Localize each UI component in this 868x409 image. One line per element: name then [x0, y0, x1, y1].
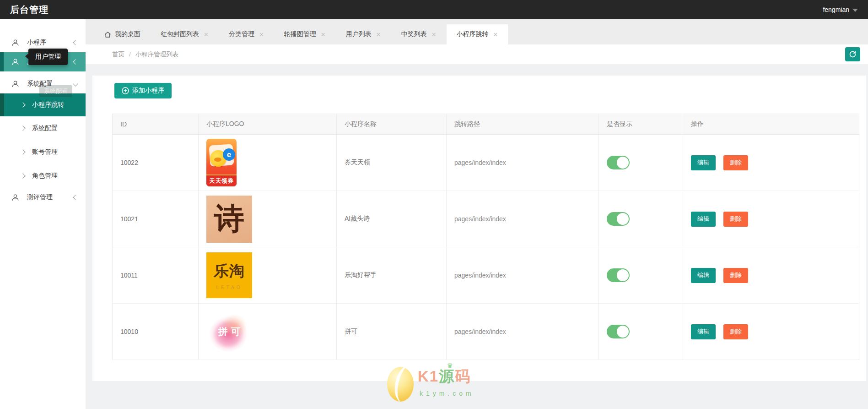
- miniprogram-logo-coupon: e天天领券: [206, 139, 237, 186]
- chevron-right-icon: [20, 102, 25, 107]
- app-title: 后台管理: [10, 4, 49, 16]
- chevron-icon: [73, 59, 78, 64]
- table-header-cell: 小程序LOGO: [199, 114, 337, 135]
- tab-小程序跳转[interactable]: 小程序跳转 ✕: [447, 24, 508, 44]
- cell-logo: 乐淘LETAO: [199, 247, 337, 304]
- cell-visible: [599, 247, 683, 304]
- sidebar-item-测评管理[interactable]: 测评管理: [0, 188, 86, 207]
- crown-icon: ♛: [447, 361, 454, 370]
- sidebar-subitem-账号管理[interactable]: 账号管理: [0, 140, 86, 164]
- tab-我的桌面[interactable]: 我的桌面: [94, 24, 151, 44]
- person-icon: [11, 193, 20, 202]
- person-icon: [11, 80, 20, 88]
- user-menu[interactable]: fengmian: [823, 6, 858, 13]
- tab-close-icon[interactable]: ✕: [493, 31, 498, 38]
- sidebar-item-label: 测评管理: [27, 193, 74, 202]
- chevron-right-icon: [20, 149, 25, 154]
- cell-logo: 诗: [199, 191, 337, 247]
- cell-path: pages/index/index: [447, 304, 599, 360]
- cell-id: 10010: [113, 304, 199, 360]
- tab-轮播图管理[interactable]: 轮播图管理 ✕: [274, 24, 336, 44]
- watermark-egg-logo: [387, 367, 414, 402]
- visibility-toggle[interactable]: [607, 212, 630, 226]
- cell-visible: [599, 191, 683, 247]
- sidebar-subitem-角色管理[interactable]: 角色管理: [0, 164, 86, 188]
- delete-button[interactable]: 删除: [723, 212, 748, 227]
- watermark-domain: k1ym.com: [418, 390, 474, 397]
- username: fengmian: [823, 6, 849, 13]
- add-miniprogram-button[interactable]: 添加小程序: [114, 83, 172, 98]
- table-header-cell: 是否显示: [599, 114, 683, 135]
- cell-visible: [599, 135, 683, 191]
- delete-button[interactable]: 删除: [723, 268, 748, 283]
- cell-path: pages/index/index: [447, 191, 599, 247]
- tab-分类管理[interactable]: 分类管理 ✕: [219, 24, 274, 44]
- tab-close-icon[interactable]: ✕: [259, 31, 264, 38]
- person-icon: [11, 38, 20, 47]
- sidebar-subitem-系统配置[interactable]: 系统配置: [0, 116, 86, 140]
- edit-button[interactable]: 编辑: [691, 212, 716, 227]
- sidebar-subitem-label: 小程序跳转: [32, 101, 64, 109]
- sidebar: 小程序 用户管理 系统配置 小程序跳转 系统配置 账号管理 角色管理 测评管理: [0, 19, 86, 409]
- tab-close-icon[interactable]: ✕: [321, 31, 326, 38]
- visibility-toggle[interactable]: [607, 156, 630, 169]
- sidebar-subitem-小程序跳转[interactable]: 小程序跳转: [0, 93, 86, 116]
- chevron-icon: [73, 81, 78, 86]
- edit-button[interactable]: 编辑: [691, 324, 716, 339]
- cell-name: 乐淘好帮手: [337, 247, 447, 304]
- chevron-icon: [73, 40, 78, 45]
- cell-logo: 拼可: [199, 304, 337, 360]
- cell-visible: [599, 304, 683, 360]
- visibility-toggle[interactable]: [607, 268, 630, 282]
- tab-label: 用户列表: [346, 30, 372, 38]
- add-button-label: 添加小程序: [132, 87, 164, 95]
- table-row: 10011 乐淘LETAO 乐淘好帮手 pages/index/index 编辑…: [113, 247, 859, 304]
- breadcrumb-home[interactable]: 首页: [112, 50, 124, 59]
- tab-label: 轮播图管理: [284, 30, 316, 38]
- table-row: 10021 诗 AI藏头诗 pages/index/index 编辑 删除: [113, 191, 859, 247]
- caret-down-icon: [852, 9, 858, 12]
- cell-path: pages/index/index: [447, 247, 599, 304]
- tab-label: 中奖列表: [401, 30, 427, 38]
- tab-用户列表[interactable]: 用户列表 ✕: [336, 24, 391, 44]
- table-header-cell: ID: [113, 114, 199, 135]
- cell-logo: e天天领券: [199, 135, 337, 191]
- table-row: 10010 拼可 拼可 pages/index/index 编辑 删除: [113, 304, 859, 360]
- table-header-row: ID小程序LOGO小程序名称跳转路径是否显示操作: [113, 114, 859, 135]
- content-area: 添加小程序 ID小程序LOGO小程序名称跳转路径是否显示操作 10022 e天天…: [86, 64, 868, 409]
- cell-id: 10021: [113, 191, 199, 247]
- cell-actions: 编辑 删除: [683, 135, 859, 191]
- table-row: 10022 e天天领券 券天天领 pages/index/index 编辑 删除: [113, 135, 859, 191]
- breadcrumb-separator: /: [129, 51, 131, 58]
- toggle-knob: [617, 213, 629, 225]
- tab-close-icon[interactable]: ✕: [376, 31, 381, 38]
- miniprogram-logo-pinke: 拼可: [206, 308, 252, 355]
- edit-button[interactable]: 编辑: [691, 268, 716, 283]
- delete-button[interactable]: 删除: [723, 155, 748, 170]
- visibility-toggle[interactable]: [607, 325, 630, 338]
- table-header-cell: 小程序名称: [337, 114, 447, 135]
- cell-id: 10022: [113, 135, 199, 191]
- watermark-title: ♛ K1源码: [418, 367, 474, 387]
- refresh-button[interactable]: [845, 47, 860, 61]
- edit-button[interactable]: 编辑: [691, 155, 716, 170]
- tab-红包封面列表[interactable]: 红包封面列表 ✕: [151, 24, 219, 44]
- sidebar-subitem-label: 账号管理: [32, 148, 58, 156]
- table-header-cell: 操作: [683, 114, 859, 135]
- top-header: 后台管理 fengmian: [0, 0, 868, 19]
- watermark-text: ♛ K1源码 k1ym.com: [418, 367, 474, 397]
- sidebar-item-系统配置[interactable]: 系统配置: [0, 74, 86, 93]
- toggle-knob: [617, 326, 629, 338]
- tab-close-icon[interactable]: ✕: [204, 31, 209, 38]
- tab-中奖列表[interactable]: 中奖列表 ✕: [391, 24, 447, 44]
- cell-id: 10011: [113, 247, 199, 304]
- cell-name: AI藏头诗: [337, 191, 447, 247]
- admin-app: 后台管理 fengmian 小程序 用户管理 系统配置 小程序跳转 系统配置 账…: [0, 0, 868, 409]
- breadcrumb-current: 小程序管理列表: [135, 50, 179, 59]
- watermark-k1: K1: [418, 368, 439, 385]
- cell-name: 拼可: [337, 304, 447, 360]
- delete-button[interactable]: 删除: [723, 324, 748, 339]
- tab-close-icon[interactable]: ✕: [431, 31, 437, 38]
- miniprogram-table: ID小程序LOGO小程序名称跳转路径是否显示操作 10022 e天天领券 券天天…: [112, 114, 859, 360]
- cell-actions: 编辑 删除: [683, 247, 859, 304]
